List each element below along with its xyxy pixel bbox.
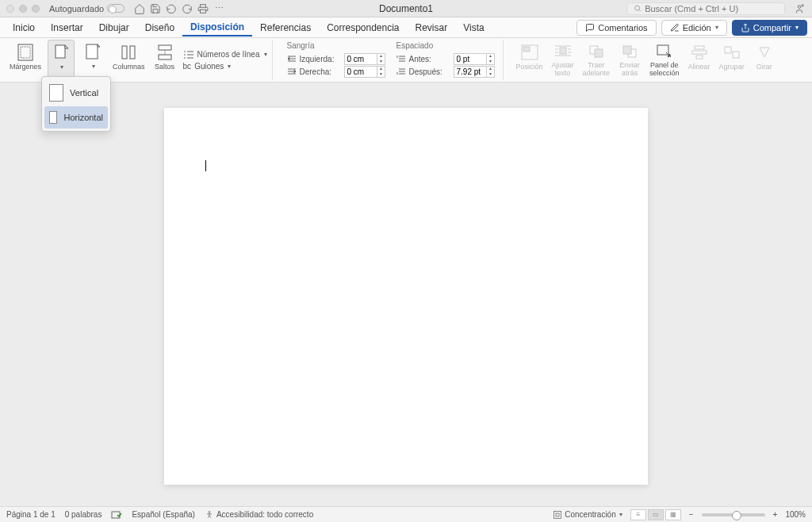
svg-rect-19 xyxy=(623,46,631,54)
orientacion-vertical[interactable]: Vertical xyxy=(44,79,108,106)
ribbon: Márgenes ▾ ▾ Columnas Saltos Números de … xyxy=(0,38,812,83)
tab-revisar[interactable]: Revisar xyxy=(408,19,456,36)
svg-rect-23 xyxy=(696,56,703,59)
save-icon[interactable] xyxy=(150,3,161,14)
status-page[interactable]: Página 1 de 1 xyxy=(6,510,56,519)
saltos-button[interactable]: Saltos xyxy=(151,40,178,80)
tab-dibujar[interactable]: Dibujar xyxy=(91,19,137,36)
comentarios-button[interactable]: Comentarios xyxy=(576,20,656,36)
svg-point-3 xyxy=(798,5,801,7)
view-web-layout[interactable]: ▦ xyxy=(665,509,681,520)
svg-rect-6 xyxy=(21,47,30,58)
zoom-out[interactable]: − xyxy=(689,510,694,519)
izquierda-input[interactable]: ▴▾ xyxy=(344,53,385,65)
svg-rect-17 xyxy=(595,49,603,57)
tamano-button[interactable]: ▾ xyxy=(79,40,106,80)
concentracion-button[interactable]: Concentración▾ xyxy=(553,510,622,520)
svg-rect-29 xyxy=(556,513,559,516)
izquierda-label: Izquierda: xyxy=(300,55,341,63)
status-words[interactable]: 0 palabras xyxy=(65,510,102,519)
edicion-button[interactable]: Edición ▾ xyxy=(661,20,727,36)
document-page[interactable] xyxy=(164,108,648,485)
edicion-label: Edición xyxy=(683,23,711,33)
chevron-down-icon: ▾ xyxy=(92,63,95,70)
page-portrait-icon xyxy=(49,84,63,102)
zoom-level[interactable]: 100% xyxy=(785,510,806,519)
home-icon[interactable] xyxy=(134,3,145,14)
columnas-button[interactable]: Columnas xyxy=(111,40,147,80)
orientacion-horizontal[interactable]: Horizontal xyxy=(44,106,108,129)
posicion-button: Posición xyxy=(515,40,545,80)
status-lang[interactable]: Español (España) xyxy=(132,510,195,519)
status-accessibility[interactable]: Accesibilidad: todo correcto xyxy=(205,510,313,520)
status-spellcheck-icon[interactable] xyxy=(111,510,122,520)
window-controls xyxy=(6,5,40,13)
search-box[interactable] xyxy=(626,2,785,15)
tab-insertar[interactable]: Insertar xyxy=(43,19,91,36)
view-print-layout[interactable]: ≡ xyxy=(630,509,646,520)
antes-input[interactable]: ▴▾ xyxy=(454,53,495,65)
more-icon[interactable]: ⋯ xyxy=(213,3,224,14)
guiones-button[interactable]: bc Guiones▾ xyxy=(183,62,267,71)
svg-rect-12 xyxy=(159,55,171,59)
minimize-window[interactable] xyxy=(19,5,27,13)
tab-vista[interactable]: Vista xyxy=(455,19,492,36)
margenes-button[interactable]: Márgenes xyxy=(8,40,43,80)
quick-access-toolbar: ⋯ xyxy=(134,3,224,14)
svg-rect-9 xyxy=(122,46,127,59)
titlebar: Autoguardado ⋯ Documento1 xyxy=(0,0,812,17)
close-window[interactable] xyxy=(6,5,14,13)
autosave-toggle[interactable] xyxy=(107,4,124,13)
autosave-label: Autoguardado xyxy=(49,4,104,13)
sangria-label: Sangría xyxy=(287,41,385,50)
print-icon[interactable] xyxy=(197,3,209,14)
view-read-mode[interactable]: ▭ xyxy=(648,509,664,520)
svg-rect-1 xyxy=(201,10,206,13)
alinear-button: Alinear xyxy=(686,40,713,80)
zoom-slider[interactable] xyxy=(702,513,765,516)
panel-seleccion-button[interactable]: Panel de selección xyxy=(648,40,681,80)
svg-point-4 xyxy=(802,4,803,6)
tab-correspondencia[interactable]: Correspondencia xyxy=(319,19,407,36)
girar-button: Girar xyxy=(751,40,778,80)
zoom-in[interactable]: + xyxy=(773,510,778,519)
svg-rect-11 xyxy=(159,45,171,50)
chevron-down-icon: ▾ xyxy=(619,511,622,518)
document-area xyxy=(0,83,812,511)
ribbon-group-arrange: Posición Ajustar texto Traer adelante En… xyxy=(510,40,783,80)
page-landscape-icon xyxy=(49,111,57,124)
tab-diseno[interactable]: Diseño xyxy=(137,19,182,36)
share-icon[interactable] xyxy=(793,2,806,15)
agrupar-button: Agrupar xyxy=(718,40,746,80)
ajustar-texto-button: Ajustar texto xyxy=(550,40,576,80)
svg-rect-15 xyxy=(560,48,566,54)
antes-label: Antes: xyxy=(409,55,450,63)
chevron-down-icon: ▾ xyxy=(228,63,231,70)
ribbon-group-paragraph: Sangría Izquierda: ▴▾ Derecha: ▴▾ Espaci… xyxy=(279,40,504,80)
tab-disposicion[interactable]: Disposición xyxy=(182,18,252,36)
numeros-linea-button[interactable]: Números de línea▾ xyxy=(183,50,267,59)
tab-inicio[interactable]: Inicio xyxy=(5,19,43,36)
derecha-input[interactable]: ▴▾ xyxy=(344,66,385,78)
svg-rect-14 xyxy=(523,47,530,52)
view-buttons: ≡ ▭ ▦ xyxy=(630,509,681,520)
svg-point-27 xyxy=(209,511,210,512)
despues-input[interactable]: ▴▾ xyxy=(454,66,495,78)
search-input[interactable] xyxy=(645,4,778,13)
svg-rect-21 xyxy=(695,46,704,49)
despues-label: Después: xyxy=(409,67,450,76)
redo-icon[interactable] xyxy=(182,3,193,14)
espaciado-label: Espaciado xyxy=(396,41,495,50)
chevron-down-icon: ▾ xyxy=(795,24,799,31)
enviar-atras-button: Enviar atrás xyxy=(616,40,643,80)
svg-rect-8 xyxy=(86,44,98,59)
maximize-window[interactable] xyxy=(32,5,40,13)
svg-rect-25 xyxy=(733,52,739,58)
orientacion-dropdown: Vertical Horizontal xyxy=(41,76,111,132)
orientacion-button[interactable]: ▾ xyxy=(48,40,75,80)
svg-rect-26 xyxy=(112,512,120,518)
text-cursor xyxy=(205,160,206,171)
tab-referencias[interactable]: Referencias xyxy=(252,19,319,36)
undo-icon[interactable] xyxy=(166,3,177,14)
compartir-button[interactable]: Compartir ▾ xyxy=(732,20,807,36)
